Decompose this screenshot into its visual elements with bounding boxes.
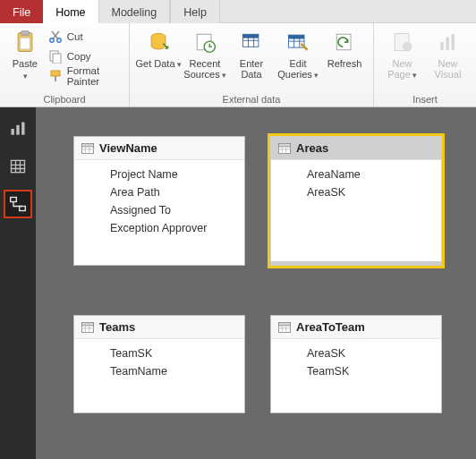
entity-field[interactable]: Assigned To: [74, 201, 244, 219]
recent-icon: [191, 29, 218, 55]
entity-field[interactable]: Project Name: [74, 166, 244, 183]
external-data-group-label: External data: [135, 93, 368, 106]
svg-rect-2: [21, 38, 30, 49]
recent-sources-label: Recent Sources: [183, 58, 220, 80]
new-page-button[interactable]: New Page▾: [379, 25, 425, 80]
chevron-down-icon: ▾: [222, 71, 226, 80]
copy-button[interactable]: Copy: [45, 47, 123, 66]
tab-help[interactable]: Help: [170, 0, 220, 23]
format-painter-label: Format Painter: [67, 65, 120, 87]
data-view-button[interactable]: [5, 154, 30, 179]
svg-rect-1: [21, 31, 29, 35]
entity-title: AreaToTeam: [296, 320, 365, 334]
format-painter-button[interactable]: Format Painter: [45, 66, 123, 86]
report-view-button[interactable]: [5, 116, 30, 141]
entity-teams[interactable]: Teams TeamSK TeamName: [73, 315, 245, 413]
ribbon-group-insert: New Page▾ New Visual Insert: [374, 23, 476, 106]
refresh-icon: [331, 29, 358, 55]
table-icon: [278, 143, 291, 154]
entity-title: Areas: [296, 141, 328, 155]
chevron-down-icon: ▾: [23, 72, 28, 81]
entity-viewname[interactable]: ViewName Project Name Area Path Assigned…: [73, 136, 245, 266]
entity-field[interactable]: AreaSK: [271, 183, 441, 201]
get-data-label: Get Data: [135, 58, 174, 69]
entity-field[interactable]: AreaSK: [271, 344, 441, 362]
entity-areatoteam[interactable]: AreaToTeam AreaSK TeamSK: [270, 315, 442, 413]
get-data-button[interactable]: Get Data▾: [135, 25, 182, 69]
table-icon: [81, 322, 94, 333]
svg-point-18: [403, 42, 412, 52]
brush-icon: [48, 69, 63, 83]
svg-rect-24: [21, 123, 24, 135]
svg-rect-19: [440, 42, 444, 50]
relationship-icon: [9, 195, 27, 213]
svg-rect-26: [11, 198, 17, 202]
tab-file[interactable]: File: [0, 0, 43, 23]
model-view-button[interactable]: [5, 191, 30, 217]
ribbon-group-clipboard: Paste ▾ Cut Copy: [0, 23, 130, 106]
new-visual-label: New Visual: [425, 58, 471, 80]
cut-button[interactable]: Cut: [45, 27, 123, 47]
tab-modeling[interactable]: Modeling: [98, 0, 171, 23]
enter-data-label: Enter Data: [228, 58, 275, 80]
svg-rect-22: [12, 129, 14, 135]
svg-point-3: [50, 38, 54, 42]
tab-home[interactable]: Home: [43, 0, 98, 23]
paste-label: Paste: [13, 58, 38, 69]
entity-field[interactable]: TeamSK: [74, 344, 244, 362]
get-data-icon: [145, 29, 172, 55]
svg-rect-35: [279, 322, 291, 325]
tab-strip-fill: [220, 0, 476, 22]
chevron-down-icon: ▾: [177, 60, 182, 69]
enter-data-icon: [238, 29, 265, 55]
entity-title: ViewName: [99, 141, 157, 155]
new-visual-button[interactable]: New Visual: [425, 25, 471, 80]
svg-rect-6: [53, 54, 61, 64]
svg-point-4: [57, 38, 61, 42]
svg-rect-31: [279, 143, 291, 146]
new-visual-icon: [435, 29, 462, 55]
bar-chart-icon: [9, 120, 27, 138]
refresh-label: Refresh: [327, 58, 362, 69]
tab-strip: File Home Modeling Help: [0, 0, 476, 23]
view-rail: [0, 107, 36, 459]
entity-title: Teams: [99, 320, 135, 334]
entity-areas[interactable]: Areas AreaName AreaSK: [270, 136, 442, 266]
svg-rect-27: [20, 207, 26, 211]
entity-header[interactable]: ViewName: [74, 137, 244, 160]
svg-rect-29: [82, 143, 94, 146]
entity-field[interactable]: TeamName: [74, 362, 244, 380]
svg-rect-7: [51, 71, 60, 76]
recent-sources-button[interactable]: Recent Sources▾: [182, 25, 228, 80]
entity-fields: AreaName AreaSK: [271, 160, 441, 208]
entity-header[interactable]: Teams: [74, 316, 244, 339]
model-canvas[interactable]: ViewName Project Name Area Path Assigned…: [36, 107, 476, 459]
entity-fields: Project Name Area Path Assigned To Excep…: [74, 160, 244, 244]
svg-rect-23: [16, 125, 19, 135]
scissors-icon: [48, 30, 63, 44]
new-page-label: New Page: [387, 58, 412, 80]
entity-field[interactable]: Exception Approver: [74, 219, 244, 237]
entity-fields: AreaSK TeamSK: [271, 339, 441, 387]
entity-field[interactable]: AreaName: [271, 166, 441, 183]
clipboard-icon: [12, 29, 38, 55]
entity-field[interactable]: TeamSK: [271, 362, 441, 380]
edit-queries-icon: [285, 29, 311, 55]
entity-fields: TeamSK TeamName: [74, 339, 244, 387]
clipboard-group-label: Clipboard: [5, 93, 123, 106]
enter-data-button[interactable]: Enter Data: [228, 25, 275, 80]
ribbon: Paste ▾ Cut Copy: [0, 23, 476, 107]
copy-label: Copy: [67, 51, 91, 62]
svg-rect-15: [289, 35, 305, 38]
entity-header[interactable]: Areas: [271, 137, 441, 160]
refresh-button[interactable]: Refresh: [321, 25, 368, 69]
table-icon: [278, 322, 291, 333]
entity-field[interactable]: Area Path: [74, 183, 244, 201]
table-icon: [9, 157, 27, 175]
edit-queries-button[interactable]: Edit Queries▾: [275, 25, 321, 80]
svg-rect-20: [446, 38, 449, 50]
chevron-down-icon: ▾: [412, 71, 417, 80]
entity-header[interactable]: AreaToTeam: [271, 316, 441, 339]
paste-button[interactable]: Paste ▾: [5, 25, 45, 81]
chevron-down-icon: ▾: [314, 71, 319, 80]
